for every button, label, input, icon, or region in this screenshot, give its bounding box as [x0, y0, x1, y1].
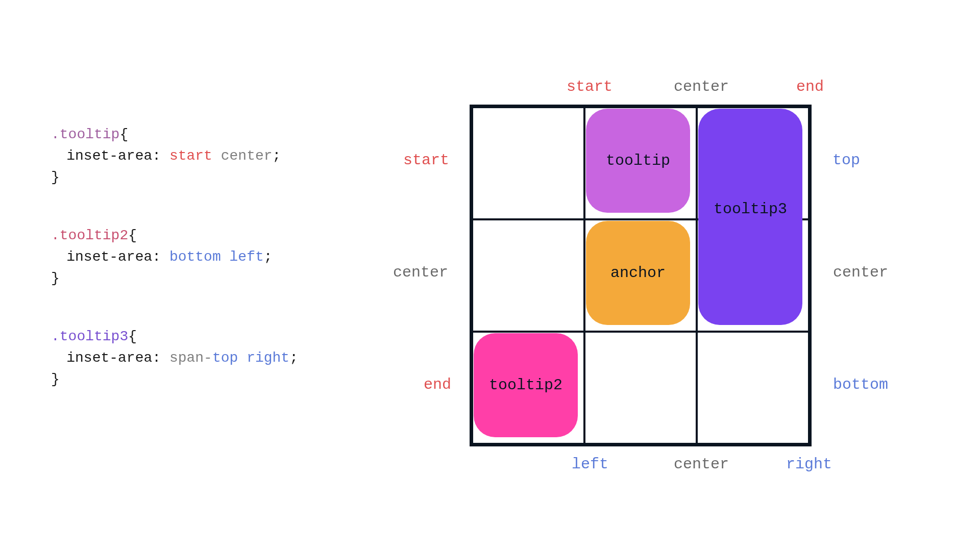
css-value-span-prefix: span-	[169, 350, 212, 366]
code-panel: .tooltip{ inset-area: start center; } .t…	[51, 124, 368, 427]
css-property: inset-area:	[66, 350, 161, 366]
cell-r3-c2	[584, 332, 697, 444]
selector-tooltip3: .tooltip3	[51, 329, 128, 344]
css-value-right: right	[247, 350, 289, 366]
blob-anchor: anchor	[586, 221, 690, 325]
brace-open: {	[128, 228, 137, 243]
code-block-tooltip: .tooltip{ inset-area: start center; }	[51, 124, 368, 188]
brace-close: }	[51, 371, 60, 387]
blob-label-tooltip3: tooltip3	[714, 201, 787, 218]
cell-r2-c1	[472, 219, 584, 332]
diagram-root: .tooltip{ inset-area: start center; } .t…	[0, 0, 980, 551]
css-value-bottom: bottom	[169, 249, 221, 265]
axis-bottom-right: right	[786, 456, 832, 473]
axis-top-end: end	[796, 78, 824, 95]
semicolon: ;	[289, 350, 298, 366]
axis-right-top: top	[832, 152, 860, 169]
css-property: inset-area:	[66, 249, 161, 265]
axis-left-start: start	[403, 152, 449, 169]
code-block-tooltip3: .tooltip3{ inset-area: span-top right; }	[51, 326, 368, 390]
cell-r1-c1	[472, 107, 584, 219]
blob-tooltip: tooltip	[586, 109, 690, 213]
blob-label-tooltip2: tooltip2	[489, 377, 562, 394]
css-value-top: top	[212, 350, 238, 366]
css-value-start: start	[169, 148, 212, 164]
selector-tooltip: .tooltip	[51, 127, 119, 142]
code-block-tooltip2: .tooltip2{ inset-area: bottom left; }	[51, 225, 368, 289]
grid-wrap: start center end start center end top ce…	[470, 105, 812, 446]
axis-top-start: start	[567, 78, 612, 95]
grid-diagram: start center end start center end top ce…	[398, 59, 929, 492]
blob-label-anchor: anchor	[610, 264, 666, 282]
css-value-left: left	[230, 249, 264, 265]
brace-close: }	[51, 169, 60, 185]
axis-left-end: end	[424, 376, 451, 393]
blob-label-tooltip: tooltip	[606, 152, 670, 169]
selector-tooltip2: .tooltip2	[51, 228, 128, 243]
blob-tooltip3: tooltip3	[698, 109, 802, 325]
brace-open: {	[119, 127, 128, 142]
axis-left-center: center	[393, 264, 448, 281]
blob-tooltip2: tooltip2	[474, 333, 578, 437]
axis-top-center: center	[674, 78, 729, 95]
axis-right-bottom: bottom	[833, 376, 888, 393]
brace-close: }	[51, 270, 60, 286]
css-property: inset-area:	[66, 148, 161, 164]
axis-bottom-center: center	[674, 456, 729, 473]
semicolon: ;	[264, 249, 273, 265]
grid-3x3: tooltip3 tooltip anchor tooltip2	[470, 105, 812, 446]
axis-right-center: center	[833, 264, 888, 281]
semicolon: ;	[273, 148, 281, 164]
axis-bottom-left: left	[572, 456, 608, 473]
cell-r3-c3	[697, 332, 809, 444]
brace-open: {	[128, 329, 137, 344]
css-value-center: center	[221, 148, 273, 164]
